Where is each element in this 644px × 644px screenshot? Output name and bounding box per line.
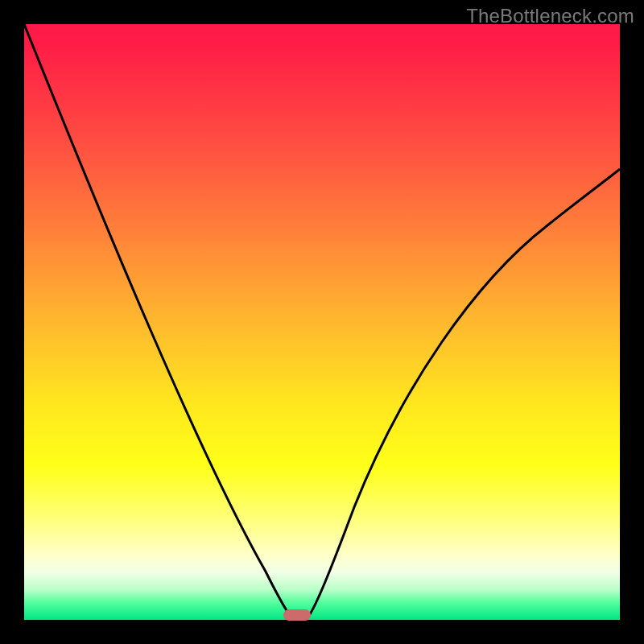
minimum-marker [283,609,311,621]
chart-area [24,24,620,620]
curve-right-branch [306,169,620,620]
bottleneck-curve [24,24,620,620]
watermark-text: TheBottleneck.com [466,5,634,27]
curve-left-branch [24,24,294,620]
